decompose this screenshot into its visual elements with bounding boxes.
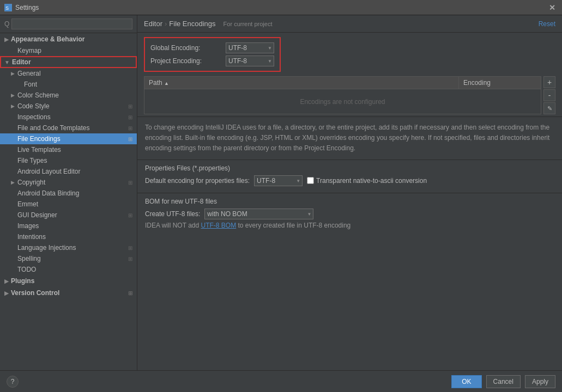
global-encoding-row: Global Encoding: UTF-8 ISO-8859-1 US-ASC… — [150, 42, 274, 53]
transparent-checkbox[interactable] — [307, 177, 314, 184]
for-current-project: For current project — [223, 21, 273, 27]
spacer15 — [11, 256, 17, 261]
bottom-bar: ? OK Cancel Apply — [0, 370, 562, 392]
spacer12 — [11, 223, 17, 229]
sidebar-item-emmet[interactable]: Emmet — [0, 199, 137, 210]
default-encoding-select-wrapper: UTF-8 ISO-8859-1 — [254, 175, 303, 186]
title-bar: S Settings ✕ — [0, 0, 562, 15]
search-input[interactable] — [11, 19, 132, 29]
sidebar-item-file-code-templates[interactable]: File and Code Templates ⊞ — [0, 122, 137, 133]
sidebar-item-editor[interactable]: Editor — [0, 56, 137, 68]
table-header-row: Path Encoding — [144, 77, 541, 89]
app-icon: S — [4, 4, 12, 11]
sidebar: Q Appearance & Behavior Keymap Editor ▶ — [0, 15, 137, 370]
spacer10 — [11, 201, 17, 207]
sidebar-item-keymap[interactable]: Keymap — [0, 45, 137, 56]
create-utf8-label: Create UTF-8 files: — [145, 210, 200, 218]
remove-encoding-button[interactable]: - — [543, 89, 555, 101]
copyright-icon: ⊞ — [128, 180, 132, 186]
encoding-fields-container: Global Encoding: UTF-8 ISO-8859-1 US-ASC… — [144, 37, 281, 72]
expand-copyright-icon: ▶ — [11, 180, 17, 185]
expand-plugins-icon — [4, 278, 9, 284]
spelling-icon: ⊞ — [128, 256, 132, 262]
sidebar-item-file-types[interactable]: File Types — [0, 155, 137, 166]
sidebar-item-android-data-binding[interactable]: Android Data Binding — [0, 188, 137, 199]
spacer5 — [11, 136, 17, 142]
spacer7 — [11, 158, 17, 163]
create-utf8-select[interactable]: with NO BOM with BOM — [204, 209, 313, 219]
spacer6 — [11, 147, 17, 152]
sidebar-item-intentions[interactable]: Intentions — [0, 231, 137, 242]
sidebar-item-android-layout-editor[interactable]: Android Layout Editor — [0, 166, 137, 177]
info-text: To change encoding IntelliJ IDEA uses fo… — [137, 117, 562, 160]
spacer9 — [11, 191, 17, 196]
help-button[interactable]: ? — [7, 376, 19, 388]
search-icon: Q — [4, 20, 9, 28]
sidebar-item-file-encodings[interactable]: File Encodings ⊞ — [0, 133, 137, 144]
sidebar-item-language-injections[interactable]: Language Injections ⊞ — [0, 242, 137, 253]
transparent-label: Transparent native-to-ascii conversion — [316, 177, 427, 185]
file-encodings-icon: ⊞ — [128, 136, 132, 142]
svg-text:S: S — [5, 5, 9, 11]
expand-vc-icon — [4, 290, 9, 296]
close-button[interactable]: ✕ — [547, 3, 558, 13]
sidebar-item-spelling[interactable]: Spelling ⊞ — [0, 253, 137, 264]
spacer14 — [11, 245, 17, 250]
bom-section: BOM for new UTF-8 files Create UTF-8 fil… — [137, 193, 562, 234]
sidebar-item-gui-designer[interactable]: GUI Designer ⊞ — [0, 210, 137, 220]
spacer16 — [11, 267, 17, 272]
sidebar-item-plugins[interactable]: Plugins — [0, 275, 137, 287]
bom-section-title: BOM for new UTF-8 files — [145, 198, 554, 205]
sidebar-item-images[interactable]: Images — [0, 220, 137, 231]
spacer — [11, 48, 17, 53]
content-header: Editor › File Encodings For current proj… — [137, 15, 562, 33]
table-section: Path Encoding Encodings are not configur… — [144, 76, 555, 114]
global-encoding-label: Global Encoding: — [150, 44, 221, 52]
cancel-button[interactable]: Cancel — [486, 375, 521, 388]
sidebar-item-version-control[interactable]: Version Control ⊞ — [0, 287, 137, 299]
sidebar-item-general[interactable]: ▶ General — [0, 68, 137, 79]
table-action-buttons: + - ✎ — [543, 76, 555, 114]
add-encoding-button[interactable]: + — [543, 76, 555, 88]
utf8-bom-link[interactable]: UTF-8 BOM — [201, 222, 236, 229]
ok-button[interactable]: OK — [451, 375, 481, 388]
properties-section-title: Properties Files (*.properties) — [145, 164, 554, 172]
encodings-table: Path Encoding Encodings are not configur… — [144, 76, 541, 114]
sidebar-item-font[interactable]: Font — [0, 79, 137, 90]
expand-arrow-editor-icon — [4, 59, 10, 65]
global-encoding-select[interactable]: UTF-8 ISO-8859-1 US-ASCII — [226, 42, 274, 53]
apply-button[interactable]: Apply — [525, 375, 555, 388]
inspections-icon: ⊞ — [128, 114, 132, 120]
sidebar-item-code-style[interactable]: ▶ Code Style ⊞ — [0, 101, 137, 112]
default-encoding-label: Default encoding for properties files: — [145, 177, 250, 185]
spacer4 — [11, 125, 17, 131]
language-injections-icon: ⊞ — [128, 245, 132, 251]
sidebar-item-todo[interactable]: TODO — [0, 264, 137, 275]
sidebar-item-appearance-behavior[interactable]: Appearance & Behavior — [0, 33, 137, 45]
sidebar-search-container: Q — [0, 15, 137, 33]
project-encoding-select-wrapper: UTF-8 ISO-8859-1 US-ASCII — [226, 56, 274, 66]
project-encoding-select[interactable]: UTF-8 ISO-8859-1 US-ASCII — [226, 56, 274, 66]
project-encoding-row: Project Encoding: UTF-8 ISO-8859-1 US-AS… — [150, 56, 274, 66]
sidebar-item-color-scheme[interactable]: ▶ Color Scheme — [0, 90, 137, 101]
transparent-checkbox-wrapper: Transparent native-to-ascii conversion — [307, 177, 427, 185]
spacer11 — [11, 212, 17, 218]
code-style-icon: ⊞ — [128, 103, 132, 109]
default-encoding-row: Default encoding for properties files: U… — [145, 175, 554, 186]
sidebar-item-inspections[interactable]: Inspections ⊞ — [0, 112, 137, 122]
default-encoding-select[interactable]: UTF-8 ISO-8859-1 — [254, 175, 303, 186]
expand-icon: ▶ — [11, 71, 17, 76]
spacer13 — [11, 234, 17, 240]
project-encoding-label: Project Encoding: — [150, 57, 221, 65]
sidebar-item-live-templates[interactable]: Live Templates — [0, 144, 137, 155]
reset-button[interactable]: Reset — [539, 20, 555, 28]
spacer2 — [17, 82, 24, 87]
properties-section: Properties Files (*.properties) Default … — [137, 160, 562, 193]
global-encoding-select-wrapper: UTF-8 ISO-8859-1 US-ASCII — [226, 42, 274, 53]
table-empty-message: Encodings are not configured — [144, 89, 541, 114]
edit-encoding-button[interactable]: ✎ — [543, 102, 555, 114]
version-control-icon: ⊞ — [128, 290, 132, 296]
path-column-header[interactable]: Path — [144, 77, 459, 89]
sidebar-item-copyright[interactable]: ▶ Copyright ⊞ — [0, 177, 137, 188]
expand-arrow-icon — [4, 36, 9, 42]
